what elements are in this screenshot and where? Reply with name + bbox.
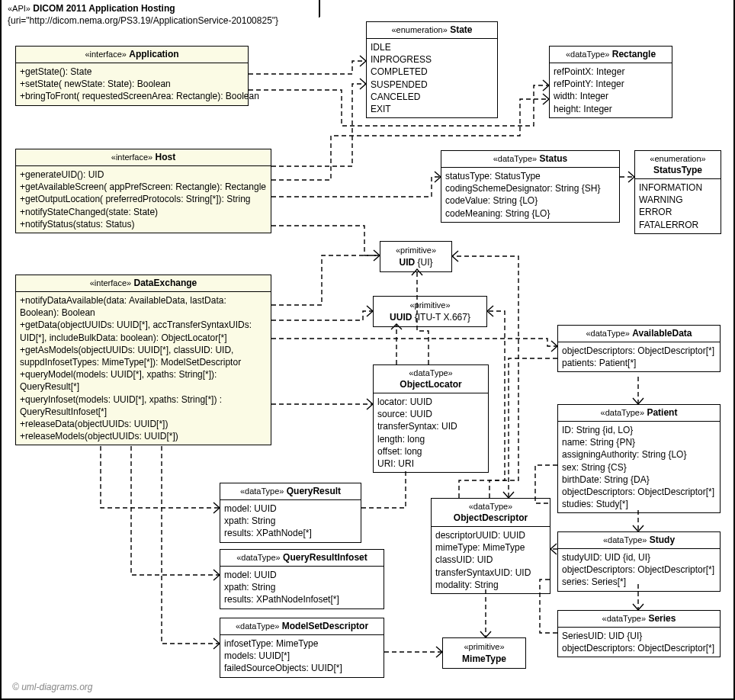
primitive-uuid: «primitive» UUID {ITU-T X.667} bbox=[373, 296, 487, 327]
watermark: © uml-diagrams.org bbox=[12, 682, 93, 692]
datatype-objectlocator: «dataType» ObjectLocator locator: UUIDso… bbox=[373, 364, 489, 473]
datatype-patient: «dataType» Patient ID: String {id, LO}na… bbox=[557, 404, 721, 513]
primitive-uid: «primitive» UID {UI} bbox=[380, 241, 452, 272]
pkg-name: DICOM 2011 Application Hosting bbox=[33, 3, 175, 14]
class-host: «interface» Host +generateUID(): UID+get… bbox=[15, 149, 271, 233]
primitive-mimetype: «primitive» MimeType bbox=[442, 637, 526, 669]
enum-statustype: «enumeration» StatusType INFORMATIONWARN… bbox=[634, 150, 721, 234]
datatype-objectdescriptor: «dataType» ObjectDescriptor descriptorUU… bbox=[431, 498, 550, 594]
datatype-modelsetdescriptor: «dataType» ModelSetDescriptor infosetTyp… bbox=[220, 618, 384, 678]
datatype-rectangle: «dataType» Rectangle refPointX: Integerr… bbox=[549, 46, 672, 118]
class-dataexchange: «interface» DataExchange +notifyDataAvai… bbox=[15, 275, 271, 445]
pkg-stereo: «API» bbox=[8, 4, 30, 13]
application-ops: +getState(): State+setState( newState: S… bbox=[16, 63, 248, 105]
datatype-availabledata: «dataType» AvailableData objectDescripto… bbox=[557, 325, 721, 372]
class-application: «interface» Application +getState(): Sta… bbox=[15, 46, 249, 106]
package-header: «API» DICOM 2011 Application Hosting {ur… bbox=[0, 0, 320, 31]
datatype-queryresultinfoset: «dataType» QueryResultInfoset model: UUI… bbox=[220, 549, 384, 609]
datatype-study: «dataType» Study studyUID: UID {id, UI}o… bbox=[557, 531, 721, 592]
enum-state: «enumeration» State IDLEINPROGRESSCOMPLE… bbox=[366, 21, 498, 118]
pkg-uri: {uri="http://dicom.nema.org/PS3.19/Appli… bbox=[8, 15, 278, 26]
datatype-queryresult: «dataType» QueryResult model: UUIDxpath:… bbox=[220, 483, 361, 543]
uml-package-diagram: «API» DICOM 2011 Application Hosting {ur… bbox=[0, 0, 735, 700]
datatype-series: «dataType» Series SeriesUID: UID {UI}obj… bbox=[557, 610, 721, 657]
datatype-status: «dataType» Status statusType: StatusType… bbox=[441, 150, 620, 223]
